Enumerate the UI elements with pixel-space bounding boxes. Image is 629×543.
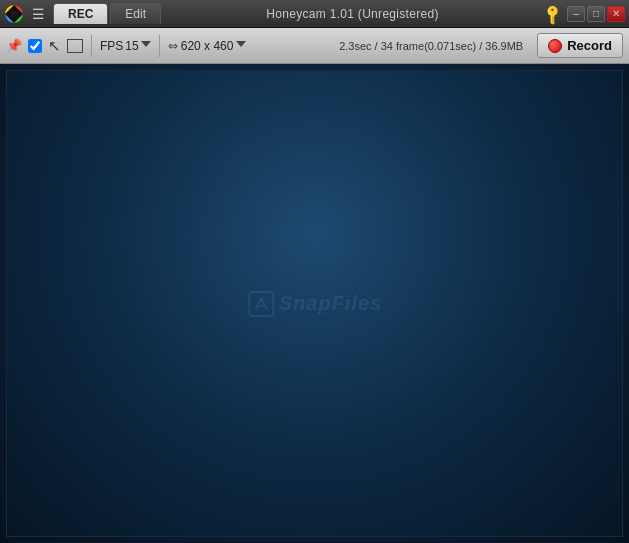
maximize-button[interactable]: □ — [587, 6, 605, 22]
menu-icon[interactable]: ☰ — [28, 4, 49, 24]
preview-inner: SnapFiles — [6, 70, 623, 537]
resolution-selector[interactable]: ⇔ 620 x 460 — [168, 39, 247, 53]
checkbox-input[interactable] — [28, 39, 42, 53]
title-bar-left: ☰ REC Edit — [4, 3, 161, 24]
title-bar: ☰ REC Edit Honeycam 1.01 (Unregistered) … — [0, 0, 629, 28]
resolution-dropdown-icon[interactable] — [236, 41, 246, 51]
resolution-value: 620 x 460 — [181, 39, 234, 53]
rect-tool-icon[interactable] — [67, 39, 83, 53]
cursor-tool-icon[interactable]: ↖ — [48, 37, 61, 55]
pin-icon[interactable]: 📌 — [6, 38, 22, 53]
toolbar: 📌 ↖ FPS 15 ⇔ 620 x 460 2.3sec / 34 frame… — [0, 28, 629, 64]
minimize-button[interactable]: – — [567, 6, 585, 22]
key-icon: 🔑 — [541, 2, 564, 25]
divider-1 — [91, 35, 92, 57]
status-text: 2.3sec / 34 frame(0.071sec) / 36.9MB — [339, 40, 523, 52]
title-bar-controls: 🔑 – □ ✕ — [544, 6, 625, 22]
fps-label: FPS — [100, 39, 123, 53]
svg-rect-2 — [249, 292, 273, 316]
resize-icon: ⇔ — [168, 39, 178, 53]
fps-value: 15 — [125, 39, 138, 53]
app-title: Honeycam 1.01 (Unregistered) — [161, 7, 544, 21]
fps-selector[interactable]: FPS 15 — [100, 39, 151, 53]
watermark: SnapFiles — [247, 290, 382, 318]
divider-2 — [159, 35, 160, 57]
record-label: Record — [567, 38, 612, 53]
watermark-text: SnapFiles — [279, 292, 382, 315]
svg-point-1 — [11, 10, 18, 17]
tab-edit[interactable]: Edit — [110, 3, 161, 24]
title-tabs: REC Edit — [53, 3, 161, 24]
close-button[interactable]: ✕ — [607, 6, 625, 22]
tab-rec[interactable]: REC — [53, 3, 108, 24]
preview-area: SnapFiles — [0, 64, 629, 543]
record-dot-icon — [548, 39, 562, 53]
record-button[interactable]: Record — [537, 33, 623, 58]
fps-dropdown-icon[interactable] — [141, 41, 151, 51]
watermark-logo-icon — [247, 290, 275, 318]
app-logo-icon — [4, 4, 24, 24]
